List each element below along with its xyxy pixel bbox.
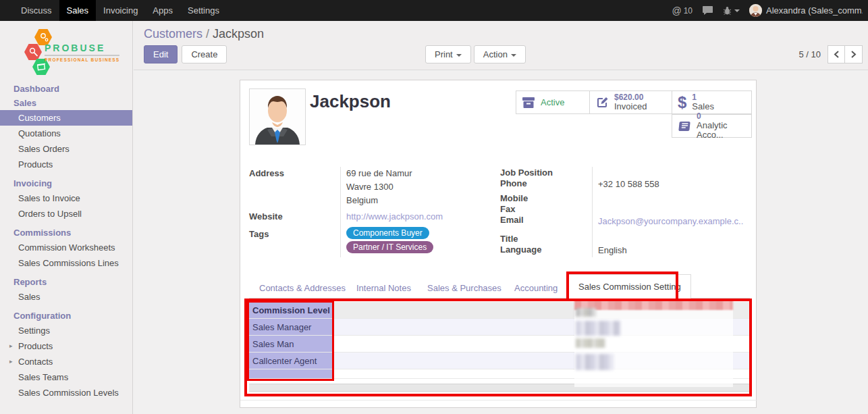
sidebar-item-settings[interactable]: Settings bbox=[0, 323, 132, 338]
action-buttons: Print Action bbox=[425, 45, 526, 63]
pager-previous-button[interactable] bbox=[828, 45, 845, 63]
at-icon: @ bbox=[672, 5, 681, 16]
record-buttons: Edit Create bbox=[144, 45, 227, 63]
sidebar-header-dashboard[interactable]: Dashboard bbox=[0, 82, 132, 96]
sidebar-header-reports[interactable]: Reports bbox=[0, 275, 132, 289]
menu-discuss[interactable]: Discuss bbox=[13, 0, 59, 21]
caret-down-icon bbox=[511, 54, 516, 57]
language-value[interactable]: English bbox=[598, 245, 627, 255]
sidebar-item-reports-sales[interactable]: Sales bbox=[0, 289, 132, 305]
chat-bubble-icon[interactable] bbox=[702, 5, 713, 16]
title-label: Title bbox=[500, 234, 518, 244]
action-dropdown-button[interactable]: Action bbox=[474, 45, 526, 63]
sidebar-item-commission-worksheets[interactable]: Commission Worksheets bbox=[0, 240, 132, 255]
tag-components-buyer[interactable]: Components Buyer bbox=[346, 227, 429, 239]
redacted-column-header bbox=[574, 301, 733, 310]
breadcrumb-separator: / bbox=[206, 27, 209, 41]
action-label: Action bbox=[483, 49, 508, 59]
user-menu[interactable]: Alexandra (Sales_comm.. bbox=[749, 4, 863, 17]
breadcrumb: Customers / Jackpson bbox=[144, 27, 264, 41]
sidebar-item-products[interactable]: Products bbox=[0, 157, 132, 172]
probuse-logo[interactable]: PROBUSE PROFESSIONAL BUSINESS bbox=[23, 28, 124, 76]
sidebar-item-config-contacts[interactable]: ▸Contacts bbox=[0, 354, 132, 369]
bug-menu[interactable] bbox=[723, 6, 740, 16]
chevron-left-icon bbox=[834, 51, 839, 58]
address-line-2[interactable]: Wavre 1300 bbox=[346, 182, 394, 192]
book-icon bbox=[678, 120, 691, 132]
customer-photo[interactable] bbox=[249, 88, 306, 145]
mentions-counter[interactable]: @ 10 bbox=[672, 5, 693, 16]
sidebar-item-sales-orders[interactable]: Sales Orders bbox=[0, 141, 132, 157]
menu-sales[interactable]: Sales bbox=[59, 0, 97, 21]
sidebar: PROBUSE PROFESSIONAL BUSINESS Dashboard … bbox=[0, 21, 133, 414]
expand-caret-icon[interactable]: ▸ bbox=[9, 342, 13, 349]
language-label: Language bbox=[500, 244, 541, 255]
sidebar-item-quotations[interactable]: Quotations bbox=[0, 126, 132, 141]
tab-sales-commission-setting[interactable]: Sales Commission Setting bbox=[568, 274, 691, 299]
tab-contacts-addresses[interactable]: Contacts & Addresses bbox=[259, 283, 346, 293]
sidebar-item-customers[interactable]: Customers bbox=[0, 110, 132, 126]
menu-settings[interactable]: Settings bbox=[180, 0, 227, 21]
topbar-spacer bbox=[227, 0, 672, 21]
email-link[interactable]: Jackpson@yourcompany.example.c.. bbox=[598, 216, 743, 226]
website-link[interactable]: http://www.jackpson.com bbox=[346, 211, 443, 222]
user-avatar bbox=[749, 4, 762, 17]
menu-invoicing[interactable]: Invoicing bbox=[96, 0, 145, 21]
sidebar-header-configuration[interactable]: Configuration bbox=[0, 309, 132, 323]
stat-button-analytic-accounts[interactable]: 0 Analytic Acco... bbox=[672, 114, 752, 138]
tab-internal-notes[interactable]: Internal Notes bbox=[356, 283, 411, 293]
redacted-value bbox=[576, 338, 605, 348]
sidebar-header-invoicing[interactable]: Invoicing bbox=[0, 176, 132, 190]
menu-apps[interactable]: Apps bbox=[145, 0, 180, 21]
sidebar-header-commissions[interactable]: Commissions bbox=[0, 226, 132, 240]
invoiced-label: Invoiced bbox=[614, 102, 647, 111]
field-separator bbox=[340, 167, 341, 257]
logo-title: PROBUSE bbox=[45, 43, 119, 56]
sidebar-menu: Dashboard Sales Customers Quotations Sal… bbox=[0, 82, 132, 400]
phone-value[interactable]: +32 10 588 558 bbox=[598, 179, 659, 189]
sidebar-item-sales-to-invoice[interactable]: Sales to Invoice bbox=[0, 190, 132, 206]
app-menus: Discuss Sales Invoicing Apps Settings bbox=[0, 0, 227, 21]
pager-text: 5 / 10 bbox=[798, 49, 821, 59]
customer-form-sheet: Jackpson Active $620.00 Invoiced $ 1 Sal… bbox=[240, 80, 757, 408]
stat-button-invoiced[interactable]: $620.00 Invoiced bbox=[589, 90, 672, 114]
control-panel: Customers / Jackpson Edit Create Print A… bbox=[134, 21, 868, 70]
tags-label: Tags bbox=[249, 229, 269, 239]
fax-label: Fax bbox=[500, 204, 515, 214]
email-label: Email bbox=[500, 215, 524, 225]
invoice-pencil-icon bbox=[595, 96, 609, 109]
address-line-1[interactable]: 69 rue de Namur bbox=[346, 168, 412, 178]
user-name: Alexandra (Sales_comm.. bbox=[766, 5, 863, 16]
tab-sales-purchases[interactable]: Sales & Purchases bbox=[427, 283, 501, 293]
sidebar-header-sales[interactable]: Sales bbox=[0, 96, 132, 110]
commission-level-header[interactable]: Commission Level bbox=[249, 302, 333, 318]
sidebar-item-sales-commission-levels[interactable]: Sales Commission Levels bbox=[0, 385, 132, 400]
field-separator bbox=[592, 167, 593, 257]
stat-button-active[interactable]: Active bbox=[516, 90, 590, 114]
sidebar-item-sales-teams[interactable]: Sales Teams bbox=[0, 369, 132, 385]
commission-level-cell[interactable]: Sales Manager bbox=[249, 319, 333, 335]
analytic-label: Analytic Acco... bbox=[697, 121, 746, 140]
pager-next-button[interactable] bbox=[845, 45, 863, 63]
tag-partner-it-services[interactable]: Partner / IT Services bbox=[346, 241, 433, 253]
tab-accounting[interactable]: Accounting bbox=[514, 283, 558, 293]
redacted-value bbox=[576, 354, 614, 370]
job-position-label: Job Position bbox=[500, 167, 553, 178]
redacted-value bbox=[576, 321, 620, 336]
active-status-label: Active bbox=[541, 97, 564, 107]
breadcrumb-parent[interactable]: Customers bbox=[144, 27, 202, 41]
create-button[interactable]: Create bbox=[182, 45, 227, 63]
address-line-3[interactable]: Belgium bbox=[346, 195, 378, 205]
commission-level-cell[interactable]: Sales Man bbox=[249, 336, 333, 352]
expand-caret-icon[interactable]: ▸ bbox=[9, 358, 13, 365]
print-dropdown-button[interactable]: Print bbox=[425, 45, 471, 63]
systray: @ 10 Alexandra (Sales_comm.. bbox=[672, 0, 868, 21]
caret-down-icon bbox=[456, 54, 462, 57]
commission-level-cell[interactable]: Callcenter Agent bbox=[249, 353, 333, 369]
edit-button[interactable]: Edit bbox=[144, 45, 178, 63]
sidebar-item-sales-commissions-lines[interactable]: Sales Commissions Lines bbox=[0, 255, 132, 271]
record-title: Jackpson bbox=[310, 91, 391, 112]
sidebar-item-config-products[interactable]: ▸Products bbox=[0, 338, 132, 354]
stat-button-sales[interactable]: $ 1 Sales bbox=[672, 90, 752, 114]
sidebar-item-orders-to-upsell[interactable]: Orders to Upsell bbox=[0, 206, 132, 222]
